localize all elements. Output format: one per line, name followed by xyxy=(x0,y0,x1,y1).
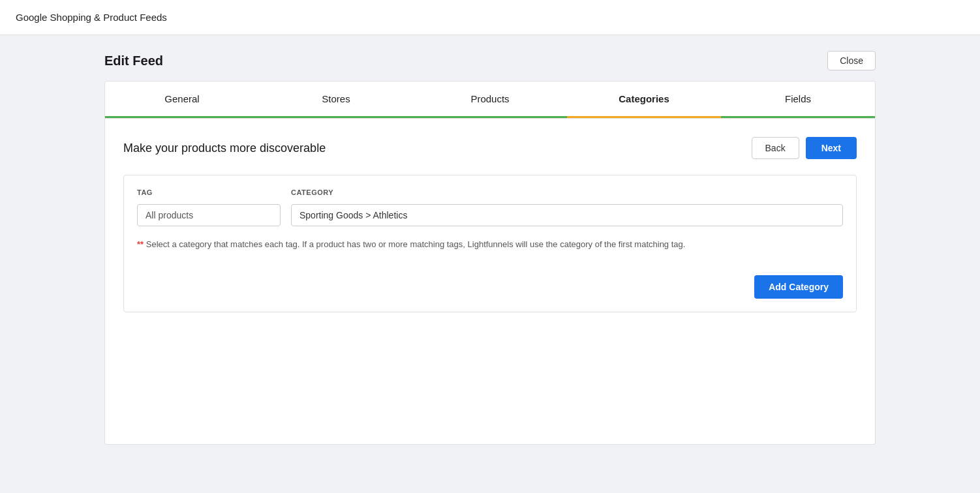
next-button[interactable]: Next xyxy=(806,137,857,159)
tag-column-header: TAG xyxy=(137,188,281,196)
edit-feed-title: Edit Feed xyxy=(104,53,163,68)
edit-feed-header: Edit Feed Close xyxy=(104,51,876,70)
table-header-row: TAG CATEGORY xyxy=(137,188,843,196)
tab-stores[interactable]: Stores xyxy=(259,82,413,118)
note-text: ** Select a category that matches each t… xyxy=(137,239,843,249)
panel-header: Make your products more discoverable Bac… xyxy=(123,137,857,159)
close-button[interactable]: Close xyxy=(827,51,876,70)
tag-input[interactable] xyxy=(137,204,281,226)
category-column-header: CATEGORY xyxy=(291,188,843,196)
tab-fields[interactable]: Fields xyxy=(721,82,875,118)
panel-actions: Back Next xyxy=(752,137,857,159)
panel-title: Make your products more discoverable xyxy=(123,142,326,155)
category-table-container: TAG CATEGORY ** Select a category that m… xyxy=(123,175,857,312)
app-header: Google Shopping & Product Feeds xyxy=(0,0,980,35)
content-panel: Make your products more discoverable Bac… xyxy=(104,119,876,445)
note-asterisks: ** xyxy=(137,239,144,249)
add-category-button[interactable]: Add Category xyxy=(754,275,843,299)
tab-categories[interactable]: Categories xyxy=(567,82,721,118)
category-input[interactable] xyxy=(291,204,843,226)
note-body: Select a category that matches each tag.… xyxy=(144,239,685,249)
tabs-container: General Stores Products Categories Field… xyxy=(104,81,876,119)
app-title: Google Shopping & Product Feeds xyxy=(16,12,167,23)
tab-general[interactable]: General xyxy=(105,82,259,118)
table-row xyxy=(137,204,843,226)
tab-products[interactable]: Products xyxy=(413,82,567,118)
back-button[interactable]: Back xyxy=(752,137,799,159)
main-content: Edit Feed Close General Stores Products … xyxy=(0,35,980,460)
